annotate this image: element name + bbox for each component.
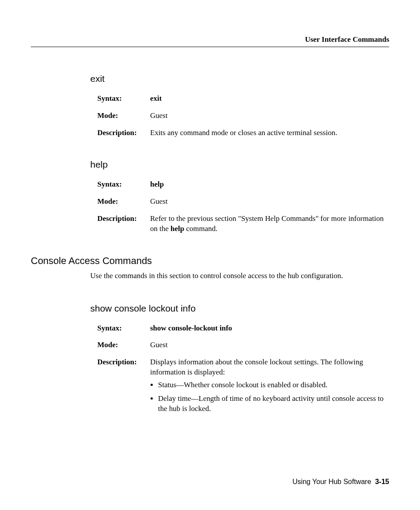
page: User Interface Commands exit Syntax: exi… <box>0 0 420 510</box>
label-mode: Mode: <box>97 193 150 210</box>
value-description: Exits any command mode or closes an acti… <box>150 125 337 142</box>
label-syntax: Syntax: <box>97 90 150 107</box>
footer-page: 3-15 <box>375 478 389 485</box>
label-description: Description: <box>97 210 150 238</box>
footer-text: Using Your Hub Software <box>292 478 371 485</box>
section-title: Console Access Commands <box>31 255 389 267</box>
value-description: Refer to the previous section "System He… <box>150 210 388 238</box>
value-mode: Guest <box>150 337 388 354</box>
command-help: help Syntax: help Mode: Guest Descriptio… <box>90 159 389 238</box>
definition-table: Syntax: help Mode: Guest Description: Re… <box>97 176 388 238</box>
section-intro: Use the commands in this section to cont… <box>90 271 389 281</box>
definition-table: Syntax: show console-lockout info Mode: … <box>97 320 388 422</box>
command-show-console-lockout: show console lockout info Syntax: show c… <box>90 303 389 422</box>
value-syntax: exit <box>150 90 337 107</box>
value-mode: Guest <box>150 193 388 210</box>
command-title: exit <box>90 73 389 84</box>
header-rule <box>31 47 389 47</box>
value-description: Displays information about the console l… <box>150 354 388 421</box>
label-syntax: Syntax: <box>97 176 150 193</box>
label-description: Description: <box>97 354 150 421</box>
command-title: show console lockout info <box>90 303 389 314</box>
value-syntax: show console-lockout info <box>150 320 388 337</box>
running-header: User Interface Commands <box>31 35 389 44</box>
command-title: help <box>90 159 389 170</box>
label-syntax: Syntax: <box>97 320 150 337</box>
page-footer: Using Your Hub Software 3-15 <box>292 478 389 486</box>
label-mode: Mode: <box>97 107 150 125</box>
label-mode: Mode: <box>97 337 150 354</box>
desc-post: command. <box>184 224 217 233</box>
section-console-access: Console Access Commands Use the commands… <box>31 255 389 281</box>
desc-text: Displays information about the console l… <box>150 358 363 376</box>
definition-table: Syntax: exit Mode: Guest Description: Ex… <box>97 90 337 142</box>
desc-bold: help <box>170 224 184 233</box>
value-syntax: help <box>150 176 388 193</box>
bullet-item: Delay time—Length of time of no keyboard… <box>158 394 388 414</box>
desc-bullets: Status—Whether console lockout is enable… <box>150 380 388 414</box>
label-description: Description: <box>97 125 150 142</box>
bullet-item: Status—Whether console lockout is enable… <box>158 380 388 390</box>
value-mode: Guest <box>150 107 337 125</box>
command-exit: exit Syntax: exit Mode: Guest Descriptio… <box>90 73 389 142</box>
